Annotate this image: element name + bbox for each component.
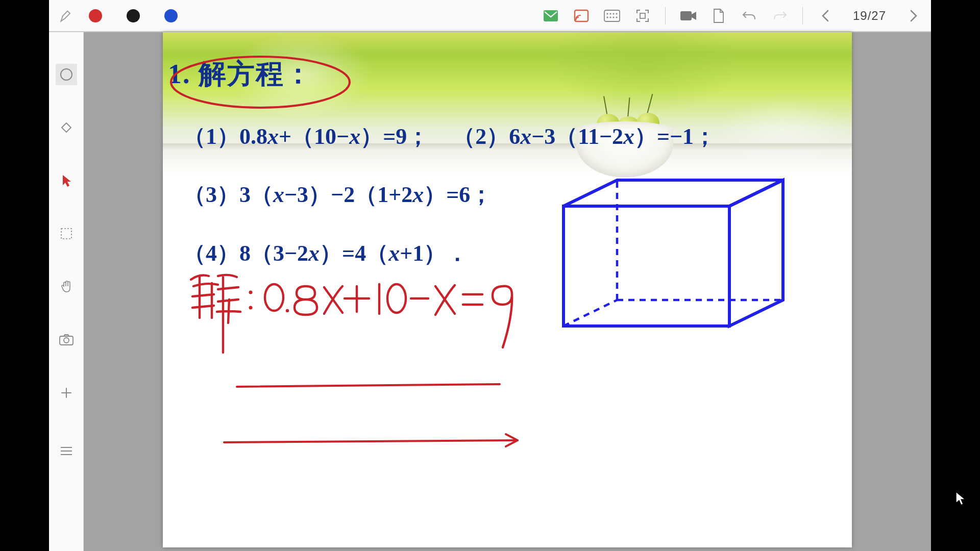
prev-page[interactable]: [817, 8, 834, 24]
eq2-body: 6x−3（11−2x）=−1；: [509, 124, 716, 149]
color-black[interactable]: [127, 9, 140, 22]
svg-rect-2: [604, 10, 620, 21]
eraser-tool[interactable]: [56, 117, 77, 138]
pen-tool-icon[interactable]: [59, 9, 74, 23]
divider: [665, 7, 666, 24]
eq4-body: 8（3−2x）=4（x+1）．: [239, 241, 469, 266]
svg-rect-11: [640, 13, 645, 18]
fullscreen-icon[interactable]: [634, 8, 651, 24]
camera-tool[interactable]: [56, 329, 77, 350]
next-page[interactable]: [905, 8, 922, 24]
svg-line-25: [224, 440, 518, 442]
cursor-icon: [954, 491, 967, 506]
add-tool[interactable]: [56, 382, 77, 404]
select-tool[interactable]: [56, 223, 77, 244]
svg-point-7: [606, 16, 608, 18]
keyboard-icon[interactable]: [604, 8, 620, 24]
eq4-label: （4）: [183, 241, 239, 266]
svg-point-13: [61, 69, 72, 80]
svg-point-9: [612, 16, 614, 18]
heading-circle-annotation: [166, 53, 355, 113]
handwriting-label: [191, 275, 253, 353]
page-counter: 19/27: [853, 9, 886, 23]
handwriting-equation: [265, 284, 512, 347]
color-blue[interactable]: [164, 9, 178, 22]
list-tool[interactable]: [56, 440, 77, 462]
slide: 1. 解方程： （1）0.8x+（10−x）=9；（2）6x−3（11−2x）=…: [163, 32, 852, 547]
eq1-label: （1）: [183, 124, 239, 149]
svg-point-4: [609, 13, 611, 14]
video-icon[interactable]: [680, 8, 696, 24]
color-red[interactable]: [89, 9, 102, 22]
svg-point-16: [64, 338, 69, 343]
svg-point-3: [606, 13, 608, 14]
shape-circle-tool[interactable]: [56, 64, 77, 85]
stage: 1. 解方程： （1）0.8x+（10−x）=9；（2）6x−3（11−2x）=…: [84, 32, 931, 551]
mail-icon[interactable]: [543, 8, 559, 24]
eq3-label: （3）: [183, 182, 239, 207]
svg-point-10: [616, 16, 617, 18]
svg-rect-12: [680, 11, 692, 20]
app-viewport: 19/27: [49, 0, 931, 551]
eq2-label: （2）: [453, 124, 509, 149]
heading-wrap: 1. 解方程：: [168, 56, 313, 93]
svg-point-22: [265, 284, 283, 311]
page-icon[interactable]: [710, 8, 727, 24]
divider: [802, 7, 803, 24]
underline: [237, 384, 500, 387]
right-tools: 19/27: [543, 0, 922, 31]
pointer-tool[interactable]: [56, 170, 77, 191]
eq1-body: 0.8x+（10−x）=9；: [239, 124, 429, 149]
svg-point-24: [387, 284, 406, 313]
redo-icon[interactable]: [772, 8, 788, 24]
cast-icon[interactable]: [573, 8, 590, 24]
top-toolbar: 19/27: [49, 0, 931, 32]
equations: （1）0.8x+（10−x）=9；（2）6x−3（11−2x）=−1； （3）3…: [183, 121, 831, 268]
svg-point-8: [609, 16, 611, 18]
hand-tool[interactable]: [56, 276, 77, 297]
undo-icon[interactable]: [741, 8, 757, 24]
eq3-body: 3（x−3）−2（1+2x）=6；: [239, 182, 493, 207]
left-sidebar: [49, 32, 84, 551]
svg-point-18: [171, 57, 350, 108]
svg-point-21: [249, 306, 253, 310]
svg-point-5: [612, 13, 614, 14]
svg-point-6: [616, 13, 617, 14]
svg-rect-14: [61, 229, 71, 239]
svg-point-23: [286, 309, 289, 312]
svg-rect-0: [544, 10, 558, 21]
svg-rect-1: [575, 10, 588, 21]
svg-point-20: [249, 291, 253, 294]
arrow-annotation: [224, 434, 518, 446]
